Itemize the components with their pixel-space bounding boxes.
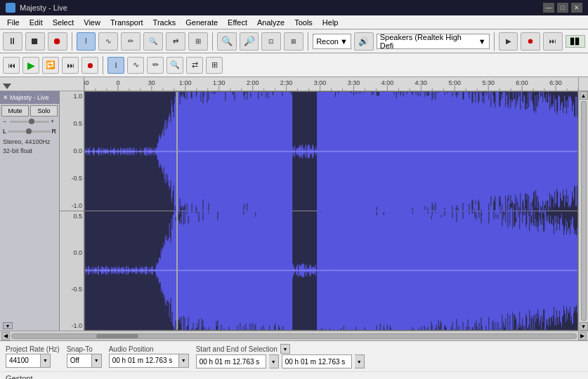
menu-item-analyze[interactable]: Analyze [253,18,289,27]
waveform-column [84,91,578,331]
audio-position-input[interactable]: 00 h 01 m 12.763 s [109,354,179,368]
horizontal-scrollbar: ◀ ▶ [0,331,588,340]
audio-position-dropdown[interactable]: ▼ [179,354,189,368]
menu-bar: FileEditSelectViewTransportTracksGenerat… [0,15,588,29]
menu-item-effect[interactable]: Effect [223,18,251,27]
multi-tool-button[interactable]: ⊞ [188,32,208,51]
waveform-canvas[interactable] [85,92,577,330]
zoom-fit-button[interactable]: ⊡ [261,32,281,51]
pan-thumb [26,128,32,134]
vscroll-down-button[interactable]: ▼ [580,322,588,331]
menu-item-edit[interactable]: Edit [25,18,47,27]
zoom-out-button[interactable]: 🔎 [240,32,259,51]
menu-item-generate[interactable]: Generate [181,18,222,27]
zoom-tool-button[interactable]: 🔍 [143,32,163,51]
selection-type-dropdown[interactable]: ▼ [280,344,290,354]
skip-end-button[interactable]: ⏭ [62,57,79,74]
timeshift-btn2[interactable]: ⇄ [186,57,203,74]
zoom-sel-button[interactable]: ⊠ [284,32,303,51]
snap-to-group: Snap-To Off ▼ [67,345,102,368]
envelope-tool-button[interactable]: ∿ [98,32,118,51]
menu-item-help[interactable]: Help [318,18,343,27]
record-transport-button[interactable]: ⏺ [81,57,98,74]
envelope-btn2[interactable]: ∿ [127,57,144,74]
close-button[interactable]: ✕ [571,3,582,13]
record-button[interactable]: ⏺ [48,32,67,51]
vscroll-up-button[interactable]: ▲ [580,91,588,100]
menu-item-view[interactable]: View [79,18,105,27]
gain-minus-label: − [3,118,8,125]
draw-tool-button[interactable]: ✏ [121,32,141,51]
stop-button[interactable]: ⏹ [25,32,45,51]
menu-item-tracks[interactable]: Tracks [149,18,181,27]
snap-to-label: Snap-To [67,345,102,353]
toolbar: ⏸ ⏹ ⏺ I ∿ ✏ 🔍 ⇄ ⊞ 🔍 🔎 ⊡ ⊠ Recon ▼ 🔊 Spea… [0,29,588,53]
sep3 [308,32,308,51]
yscale-0.5-bot: 0.5 [61,213,82,220]
tracks-body: ✕ Majesty - Live Mute Solo − + [0,91,588,331]
draw-btn2[interactable]: ✏ [147,57,164,74]
selection-start-input[interactable]: 00 h 01 m 12.763 s [196,354,266,368]
audio-position-value: 00 h 01 m 12.763 s [112,357,173,364]
selection-end-dropdown[interactable]: ▼ [355,354,365,368]
record-meter-button[interactable]: ⏺ [521,32,540,51]
track-close-btn[interactable]: ✕ [1,94,10,101]
yscale-0.0-bot: 0.0 [61,249,82,256]
vscroll-track [581,101,587,321]
solo-button[interactable]: Solo [30,105,58,117]
title-bar: Majesty - Live — □ ✕ [0,0,588,15]
pause-button[interactable]: ⏸ [3,32,22,51]
status-text: Gestopt. [6,374,35,379]
project-rate-input[interactable]: 44100 [6,354,41,368]
audio-position-label: Audio Position [109,345,189,353]
snap-to-input[interactable]: Off [67,354,92,368]
multi-btn2[interactable]: ⊞ [206,57,223,74]
selection-start-dropdown[interactable]: ▼ [269,354,279,368]
skip-start-button[interactable]: ⏮ [3,57,20,74]
scroll-left-button[interactable]: ◀ [1,332,10,340]
playback-meter-button[interactable]: ▶ [499,32,518,51]
sep4 [494,32,495,51]
hscrollbar-thumb[interactable] [96,334,138,338]
select-all-button[interactable]: I [107,57,124,74]
project-rate-label: Project Rate (Hz) [6,345,60,353]
timeshift-tool-button[interactable]: ⇄ [166,32,185,51]
pan-slider[interactable] [8,131,50,133]
ffwd-button[interactable]: ⏭ [543,32,563,51]
yscale-column: 1.0 0.5 0.0 -0.5 -1.0 0.5 0.0 -0.5 -1.0 [60,91,84,331]
gain-slider[interactable] [10,121,49,123]
menu-item-file[interactable]: File [3,18,24,27]
yscale-neg0.5-top: -0.5 [61,175,82,182]
app-icon [6,3,15,13]
ruler-vscroll-spacer [578,77,588,91]
sep5 [103,56,103,74]
selection-start-value: 00 h 01 m 12.763 s [200,358,260,366]
volume-icon[interactable]: 🔊 [354,32,374,51]
zoom-btn2[interactable]: 🔍 [166,57,183,74]
loop-button[interactable]: 🔁 [42,57,59,74]
pan-r-label: R [52,128,57,135]
speakers-dropdown[interactable]: Speakers (Realtek High Defi ▼ [377,34,490,49]
menu-item-transport[interactable]: Transport [106,18,148,27]
zoom-in-button[interactable]: 🔍 [217,32,237,51]
play-button[interactable]: ▶ [22,57,39,74]
menu-item-select[interactable]: Select [48,18,79,27]
yscale-neg1.0-top: -1.0 [61,202,82,209]
snap-to-dropdown[interactable]: ▼ [92,354,102,368]
select-tool-button[interactable]: I [77,32,96,51]
project-rate-dropdown[interactable]: ▼ [41,354,51,368]
mute-button[interactable]: Mute [1,105,29,117]
menu-item-tools[interactable]: Tools [290,18,317,27]
recon-dropdown[interactable]: Recon ▼ [313,34,351,49]
track-info-line2: 32-bit float [3,147,56,156]
maximize-button[interactable]: □ [557,3,568,13]
selection-end-input[interactable]: 00 h 01 m 12.763 s [282,354,352,368]
minimize-button[interactable]: — [543,3,554,13]
gain-thumb [29,119,34,124]
levels-btn[interactable]: ▊▊ [566,35,585,48]
selection-label: Start and End of Selection [196,345,277,353]
scroll-right-button[interactable]: ▶ [578,332,587,340]
app: Majesty - Live — □ ✕ FileEditSelectViewT… [0,0,588,379]
hscrollbar-track [11,333,577,339]
collapse-button[interactable]: ▼ [3,322,13,329]
